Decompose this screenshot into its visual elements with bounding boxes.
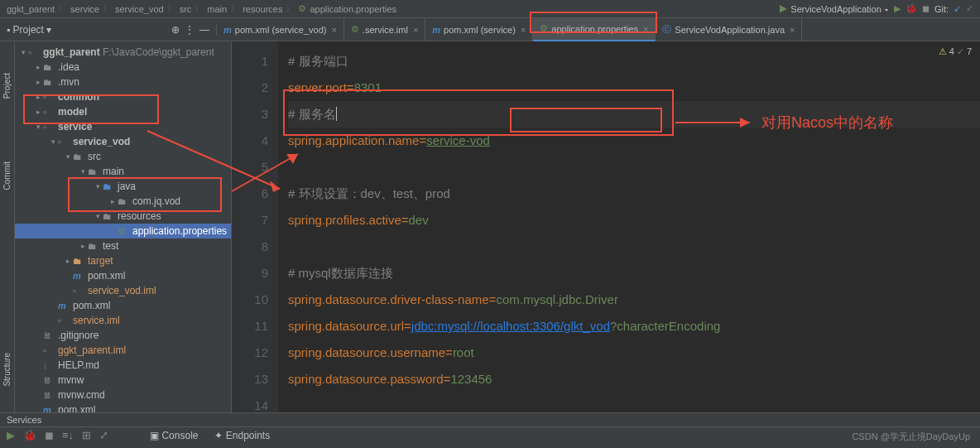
git-push-icon[interactable]: ✓ <box>966 3 973 14</box>
tree-root[interactable]: ▾▫ggkt_parent F:\JavaCode\ggkt_parent <box>15 45 231 60</box>
tree-gitignore[interactable]: 🗎.gitignore <box>15 328 231 343</box>
md-icon: ↓ <box>43 360 55 370</box>
project-dropdown[interactable]: ▪ Project ▾ <box>7 24 51 36</box>
tree-mvnwcmd[interactable]: 🗎mvnw.cmd <box>15 388 231 402</box>
crumb-2[interactable]: service_vod <box>115 4 164 14</box>
module-icon: ▫ <box>28 47 40 57</box>
run-icon[interactable]: ▶ <box>7 429 15 441</box>
props-icon: ⚙ <box>540 23 548 34</box>
expand-icon[interactable]: ⤢ <box>99 429 108 441</box>
maven-icon: m <box>432 25 440 35</box>
maven-icon: m <box>223 25 232 35</box>
run-select[interactable]: ⯈ ServiceVodApplication ▾ <box>779 4 889 14</box>
tab-pom-service[interactable]: mpom.xml (service)× <box>425 18 533 41</box>
tree-common[interactable]: ▸▫common <box>15 89 231 104</box>
package-icon: 🖿 <box>118 196 129 206</box>
collapse-icon[interactable]: — <box>199 24 209 36</box>
tree-java[interactable]: ▾🖿java <box>15 179 231 194</box>
crumb-6[interactable]: application.properties <box>310 4 396 14</box>
crumb-5[interactable]: resources <box>243 4 282 14</box>
prop-val: 8301 <box>354 80 382 94</box>
prop-val: service-vod <box>426 133 490 147</box>
prop-key: spring.profiles.active <box>288 213 401 227</box>
line-num: 10 <box>232 287 268 313</box>
tree-icon[interactable]: ⊞ <box>82 429 91 441</box>
line-num: 1 <box>232 48 268 75</box>
breadcrumb: ggkt_parent〉 service〉 service_vod〉 src〉 … <box>7 2 396 15</box>
tree-pom3[interactable]: mpom.xml <box>15 402 231 412</box>
tree-iml1[interactable]: ▫service_vod.iml <box>15 283 231 298</box>
close-icon[interactable]: × <box>521 25 526 35</box>
side-tab-project[interactable]: Project <box>1 66 13 105</box>
tree-pom1[interactable]: mpom.xml <box>15 268 231 283</box>
tree-help[interactable]: ↓HELP.md <box>15 358 231 373</box>
crumb-0[interactable]: ggkt_parent <box>7 4 55 14</box>
side-tab-structure[interactable]: Structure <box>1 346 13 393</box>
src-folder-icon: 🖿 <box>103 181 114 191</box>
filter-icon[interactable]: ≡↓ <box>62 429 74 441</box>
tree-mvnw[interactable]: 🗎mvnw <box>15 373 231 388</box>
close-icon[interactable]: × <box>331 25 336 35</box>
tree-service-vod[interactable]: ▾▫service_vod <box>15 134 231 149</box>
file-icon: 🗎 <box>43 375 55 385</box>
tree-src[interactable]: ▾🖿src <box>15 149 231 164</box>
tree-service[interactable]: ▾▫service <box>15 119 231 134</box>
line-num: 3 <box>232 101 268 128</box>
tree-resources[interactable]: ▾🖿resources <box>15 209 231 224</box>
line-num: 13 <box>232 366 268 393</box>
console-tab[interactable]: ▣ Console <box>150 430 198 441</box>
project-settings-icon[interactable]: ⊕ <box>171 24 180 36</box>
maven-icon: m <box>73 271 84 281</box>
tab-service-vod-app-java[interactable]: ⓒServiceVodApplication.java× <box>656 18 802 41</box>
tree-parent-iml[interactable]: ▫ggkt_parent.iml <box>15 343 231 358</box>
endpoints-tab[interactable]: ✦ Endpoints <box>214 430 270 441</box>
editor[interactable]: 1 2 3 4 5 6 7 8 9 10 11 12 13 14 # 服务端口 … <box>232 41 980 412</box>
code-content[interactable]: # 服务端口 server.port=8301 # 服务名 spring.app… <box>278 41 980 412</box>
inspection-badge[interactable]: ⚠ 4 ✓ 7 <box>939 46 972 57</box>
code-comment: # 服务名 <box>288 107 336 121</box>
tab-pom-service-vod[interactable]: mpom.xml (service_vod)× <box>217 18 344 41</box>
tree-target[interactable]: ▸🖿target <box>15 253 231 268</box>
crumb-1[interactable]: service <box>70 4 99 14</box>
iml-icon: ▫ <box>43 345 55 355</box>
folder-icon: 🖿 <box>88 166 99 176</box>
tree-iml2[interactable]: ▫service.iml <box>15 313 231 328</box>
tree-test[interactable]: ▸🖿test <box>15 238 231 253</box>
tree-pkg[interactable]: ▸🖿com.jq.vod <box>15 194 231 209</box>
debug-icon[interactable]: 🐞 <box>906 3 917 14</box>
project-options-icon[interactable]: ⋮ <box>185 24 195 36</box>
tree-mvn[interactable]: ▸🖿.mvn <box>15 75 231 89</box>
debug-icon[interactable]: 🐞 <box>23 429 36 441</box>
stop-icon[interactable]: ◼ <box>45 429 54 441</box>
tree-app-props[interactable]: ⚙application.properties <box>15 224 231 238</box>
tree-pom2[interactable]: mpom.xml <box>15 298 231 313</box>
line-num: 2 <box>232 75 268 101</box>
text-cursor <box>336 107 337 121</box>
close-icon[interactable]: × <box>790 25 795 35</box>
stop-icon[interactable]: ◼ <box>922 3 930 14</box>
crumb-3[interactable]: src <box>180 4 192 14</box>
props-icon: ⚙ <box>351 24 359 35</box>
tree-main[interactable]: ▾🖿main <box>15 164 231 179</box>
tab-application-properties[interactable]: ⚙application.properties× <box>533 18 656 41</box>
tree-model[interactable]: ▸▫model <box>15 104 231 119</box>
run-icon[interactable]: ▶ <box>894 3 901 14</box>
close-icon[interactable]: × <box>643 24 648 34</box>
prop-val: ?characterEncoding <box>610 319 720 333</box>
iml-icon: ▫ <box>58 316 70 325</box>
prop-key: spring.application.name <box>288 133 419 147</box>
close-icon[interactable]: × <box>413 25 418 35</box>
line-num: 7 <box>232 207 268 234</box>
folder-icon: 🖿 <box>43 77 55 87</box>
tab-service-iml[interactable]: ⚙.service.iml× <box>344 18 425 41</box>
maven-icon: m <box>43 405 55 412</box>
tab-bar: ▪ Project ▾ ⊕ ⋮ — mpom.xml (service_vod)… <box>0 18 980 41</box>
git-pull-icon[interactable]: ↙ <box>954 3 961 14</box>
folder-icon: 🖿 <box>88 241 99 251</box>
line-num: 14 <box>232 393 268 419</box>
crumb-4[interactable]: main <box>207 4 227 14</box>
side-tab-commit[interactable]: Commit <box>1 155 13 196</box>
tree-idea[interactable]: ▸🖿.idea <box>15 60 231 75</box>
project-tree[interactable]: ▾▫ggkt_parent F:\JavaCode\ggkt_parent ▸🖿… <box>15 41 232 412</box>
folder-icon: 🖿 <box>43 62 55 72</box>
